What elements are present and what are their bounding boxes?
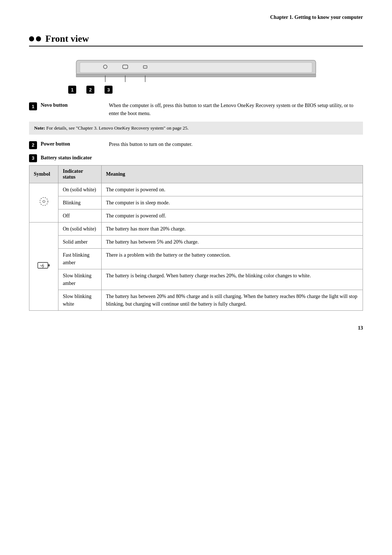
indicator-blinking: Blinking <box>58 196 102 209</box>
col-symbol: Symbol <box>29 165 58 183</box>
meaning-battery-5-20: The battery has between 5% and 20% charg… <box>101 235 363 248</box>
novo-desc: When the computer is off, press this but… <box>109 102 363 117</box>
section-title-row: Front view <box>29 33 363 46</box>
note-box: Note: For details, see "Chapter 3. Lenov… <box>29 122 363 135</box>
meaning-powered-off: The computer is powered off. <box>101 209 363 222</box>
power-circle-icon <box>38 196 49 207</box>
table-row: Slow blinking amber The battery is being… <box>29 269 363 290</box>
col-meaning: Meaning <box>101 165 363 183</box>
meaning-sleep-mode: The computer is in sleep mode. <box>101 196 363 209</box>
item-novo-label-col: 1 Novo button <box>29 102 109 110</box>
indicator-table: Symbol Indicator status Meaning On (soli… <box>29 165 363 311</box>
indicator-on-solid-white-battery: On (solid white) <box>58 222 102 235</box>
power-badge: 2 <box>29 141 37 149</box>
item-battery-status: 3 Battery status indicator <box>29 154 363 162</box>
table-row: Solid amber The battery has between 5% a… <box>29 235 363 248</box>
section-dots <box>29 36 41 41</box>
battery-icon: + <box>37 261 50 270</box>
power-desc: Press this button to turn on the compute… <box>109 140 363 148</box>
meaning-powered-on: The computer is powered on. <box>101 183 363 196</box>
number-badges-row: 1 2 3 <box>29 86 363 94</box>
indicator-slow-blinking-amber: Slow blinking amber <box>58 269 102 290</box>
novo-badge: 1 <box>29 102 37 110</box>
laptop-diagram <box>29 53 363 86</box>
page-number: 13 <box>29 325 363 331</box>
chapter-header-text: Chapter 1. Getting to know your computer <box>270 15 363 20</box>
indicator-off: Off <box>58 209 102 222</box>
novo-label: Novo button <box>41 102 68 108</box>
svg-point-10 <box>43 200 45 203</box>
table-row: Off The computer is powered off. <box>29 209 363 222</box>
table-row: Blinking The computer is in sleep mode. <box>29 196 363 209</box>
meaning-battery-charging: The battery is being charged. When batte… <box>101 269 363 290</box>
battery-label: Battery status indicator <box>41 154 92 162</box>
indicator-solid-amber: Solid amber <box>58 235 102 248</box>
power-symbol-cell <box>29 183 58 222</box>
badge-2: 2 <box>86 86 94 94</box>
note-prefix: Note: <box>34 125 45 131</box>
svg-rect-2 <box>76 74 316 77</box>
dot-1 <box>29 36 34 41</box>
meaning-battery-20: The battery has more than 20% charge. <box>101 222 363 235</box>
table-row: Slow blinking white The battery has betw… <box>29 290 363 310</box>
svg-line-16 <box>42 266 44 268</box>
table-row: + On (solid white) The battery has more … <box>29 222 363 235</box>
svg-rect-1 <box>80 62 312 73</box>
power-label: Power button <box>41 141 70 147</box>
item-battery-label-col: 3 Battery status indicator <box>29 154 109 162</box>
badge-1: 1 <box>68 86 76 94</box>
battery-badge: 3 <box>29 154 37 162</box>
table-row: Fast blinking amber There is a problem w… <box>29 248 363 269</box>
svg-rect-12 <box>48 264 50 266</box>
indicator-fast-blinking-amber: Fast blinking amber <box>58 248 102 269</box>
meaning-battery-problem: There is a problem with the battery or t… <box>101 248 363 269</box>
svg-point-9 <box>40 197 48 205</box>
indicator-on-solid-white: On (solid white) <box>58 183 102 196</box>
dot-2 <box>36 36 41 41</box>
section-title: Front view <box>45 33 89 44</box>
note-text: For details, see "Chapter 3. Lenovo OneK… <box>45 125 188 131</box>
table-row: On (solid white) The computer is powered… <box>29 183 363 196</box>
chapter-header: Chapter 1. Getting to know your computer <box>29 15 363 23</box>
svg-text:+: + <box>40 264 42 268</box>
indicator-slow-blinking-white: Slow blinking white <box>58 290 102 310</box>
svg-line-14 <box>42 264 43 267</box>
item-novo-button: 1 Novo button When the computer is off, … <box>29 102 363 117</box>
battery-symbol-cell: + <box>29 222 58 310</box>
col-indicator-status: Indicator status <box>58 165 102 183</box>
meaning-battery-20-80: The battery has between 20% and 80% char… <box>101 290 363 310</box>
item-power-label-col: 2 Power button <box>29 140 109 149</box>
page-number-text: 13 <box>358 325 363 331</box>
badge-3: 3 <box>105 86 113 94</box>
item-power-button: 2 Power button Press this button to turn… <box>29 140 363 149</box>
